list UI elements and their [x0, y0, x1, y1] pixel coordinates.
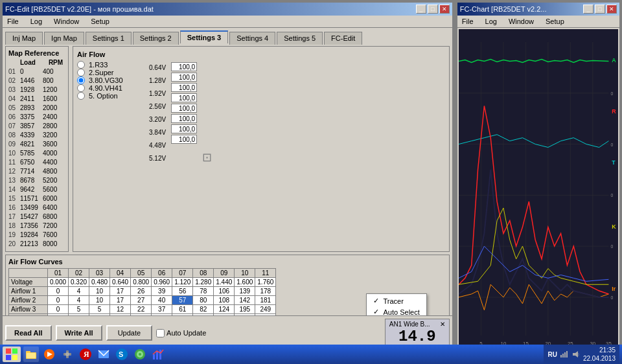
- curves-cell[interactable]: 0.320: [69, 278, 89, 287]
- update-button[interactable]: Update: [106, 325, 152, 341]
- an1-close[interactable]: ✕: [440, 321, 445, 328]
- close-button[interactable]: ✕: [439, 5, 450, 14]
- curves-cell[interactable]: 10: [89, 287, 110, 296]
- curves-cell[interactable]: 1.600: [235, 278, 255, 287]
- airflow-value-input[interactable]: [171, 62, 197, 71]
- airflow-radio-5[interactable]: [77, 92, 85, 100]
- curves-cell[interactable]: [255, 314, 276, 316]
- curves-cell[interactable]: 0: [48, 287, 69, 296]
- minimize-button[interactable]: _: [416, 5, 426, 14]
- curves-cell[interactable]: 5: [89, 305, 110, 314]
- curves-cell[interactable]: 37: [152, 305, 172, 314]
- right-menu-file[interactable]: File: [460, 17, 476, 26]
- curves-cell[interactable]: 1.120: [172, 278, 193, 287]
- right-minimize[interactable]: _: [583, 5, 593, 14]
- curves-cell[interactable]: 59: [152, 314, 172, 316]
- curves-cell[interactable]: 124: [214, 305, 235, 314]
- curves-cell[interactable]: [235, 314, 255, 316]
- airflow-value-input[interactable]: [171, 124, 197, 133]
- airflow-radio-2[interactable]: [77, 69, 85, 76]
- curves-cell[interactable]: 0: [48, 314, 69, 316]
- curves-cell[interactable]: 39: [152, 287, 172, 296]
- curves-cell[interactable]: 1.440: [214, 278, 235, 287]
- curves-cell[interactable]: 57: [172, 296, 193, 305]
- curves-cell[interactable]: 181: [255, 296, 276, 305]
- curves-cell[interactable]: 0: [48, 296, 69, 305]
- airflow-radio-1[interactable]: [77, 61, 85, 69]
- curves-cell[interactable]: 0.960: [152, 278, 172, 287]
- curves-cell[interactable]: 22: [131, 305, 152, 314]
- curves-cell[interactable]: 40: [152, 296, 172, 305]
- curves-cell[interactable]: 56: [172, 287, 193, 296]
- curves-cell[interactable]: 4: [69, 287, 89, 296]
- curves-cell[interactable]: 12: [110, 305, 131, 314]
- curves-cell[interactable]: 1.280: [193, 278, 214, 287]
- menu-setup[interactable]: Setup: [89, 17, 111, 26]
- curves-cell[interactable]: 27: [131, 296, 152, 305]
- curves-cell[interactable]: 249: [255, 305, 276, 314]
- taskbar-email[interactable]: [96, 347, 111, 362]
- tab-settings1[interactable]: Settings 1: [86, 32, 132, 45]
- menu-file[interactable]: File: [5, 17, 21, 26]
- curves-cell[interactable]: 5: [69, 314, 89, 316]
- airflow-radio-4[interactable]: [77, 84, 85, 92]
- curves-table-container[interactable]: 0102030405060708091011Voltage0.0000.3200…: [8, 268, 446, 315]
- right-menu-window[interactable]: Window: [507, 17, 536, 26]
- curves-cell[interactable]: 40: [131, 314, 152, 316]
- start-button[interactable]: [3, 347, 21, 362]
- airflow-value-input[interactable]: [171, 83, 197, 92]
- curves-cell[interactable]: 17: [110, 296, 131, 305]
- tab-settings4[interactable]: Settings 4: [229, 32, 275, 45]
- curves-cell[interactable]: 108: [214, 296, 235, 305]
- curves-cell[interactable]: 1.760: [255, 278, 276, 287]
- curves-cell[interactable]: 80: [193, 296, 214, 305]
- curves-cell[interactable]: [214, 314, 235, 316]
- curves-cell[interactable]: 0.640: [110, 278, 131, 287]
- menu-log[interactable]: Log: [29, 17, 44, 26]
- right-menu-setup[interactable]: Setup: [544, 17, 566, 26]
- auto-update-checkbox[interactable]: [156, 329, 165, 337]
- right-maximize[interactable]: □: [595, 5, 605, 14]
- airflow-value-input[interactable]: [171, 73, 197, 82]
- curves-cell[interactable]: 78: [193, 287, 214, 296]
- curves-cell[interactable]: 26: [131, 287, 152, 296]
- airflow-value-input[interactable]: [171, 135, 197, 144]
- curves-cell[interactable]: 4: [69, 296, 89, 305]
- taskbar-web[interactable]: [132, 347, 148, 362]
- curves-cell[interactable]: 85: [172, 314, 193, 316]
- curves-cell[interactable]: 0: [48, 305, 69, 314]
- curves-cell[interactable]: 17: [110, 287, 131, 296]
- read-all-button[interactable]: Read All: [5, 325, 52, 341]
- taskbar-media[interactable]: [41, 347, 57, 362]
- maximize-button[interactable]: □: [428, 5, 438, 14]
- curves-cell[interactable]: 0.480: [89, 278, 110, 287]
- curves-cell[interactable]: 82: [193, 305, 214, 314]
- curves-cell[interactable]: 13: [89, 314, 110, 316]
- curves-cell[interactable]: 117: [193, 314, 214, 316]
- airflow-value-input[interactable]: [171, 93, 197, 102]
- curves-cell[interactable]: 25: [110, 314, 131, 316]
- context-autoselect[interactable]: ✓ Auto Select: [368, 306, 425, 315]
- curves-cell[interactable]: 0.800: [131, 278, 152, 287]
- write-all-button[interactable]: Write All: [56, 325, 102, 341]
- tab-inj-map[interactable]: Inj Map: [5, 32, 43, 45]
- tab-fc-edit[interactable]: FC-Edit: [324, 32, 362, 45]
- airflow-radio-3[interactable]: [77, 76, 85, 84]
- af-expand-icon[interactable]: ⊡: [202, 150, 212, 165]
- tab-settings2[interactable]: Settings 2: [133, 32, 179, 45]
- right-menu-log[interactable]: Log: [483, 17, 499, 26]
- curves-cell[interactable]: 139: [235, 287, 255, 296]
- tab-settings3[interactable]: Settings 3: [180, 30, 229, 43]
- tab-ign-map[interactable]: Ign Map: [44, 32, 84, 45]
- curves-cell[interactable]: 195: [235, 305, 255, 314]
- curves-cell[interactable]: 5: [69, 305, 89, 314]
- curves-cell[interactable]: 61: [172, 305, 193, 314]
- curves-cell[interactable]: 0.000: [48, 278, 69, 287]
- curves-cell[interactable]: 142: [235, 296, 255, 305]
- airflow-value-input[interactable]: [171, 104, 197, 113]
- right-close[interactable]: ✕: [606, 5, 617, 14]
- taskbar-phone[interactable]: S: [114, 347, 130, 362]
- taskbar-folder[interactable]: [23, 347, 39, 362]
- tab-settings5[interactable]: Settings 5: [277, 32, 323, 45]
- curves-cell[interactable]: 106: [214, 287, 235, 296]
